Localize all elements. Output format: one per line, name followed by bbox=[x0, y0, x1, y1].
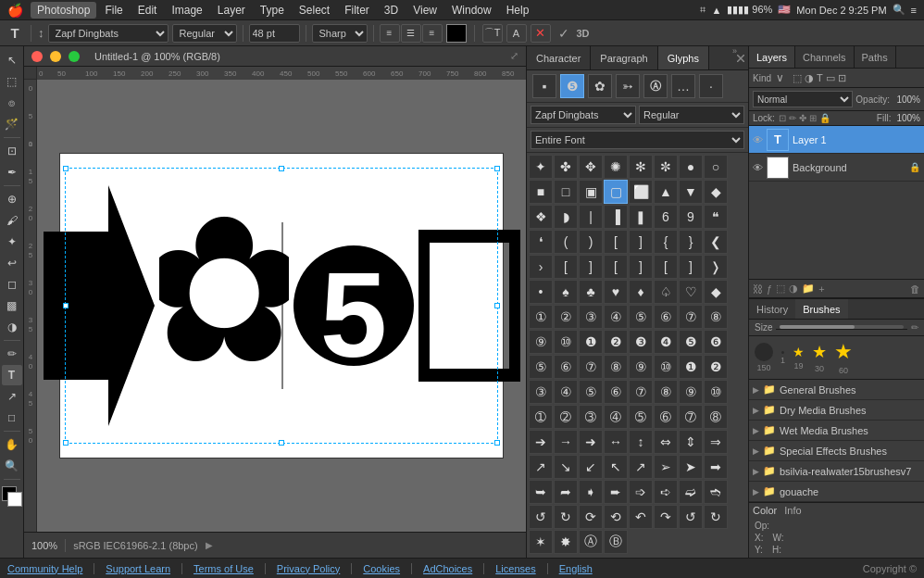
glyph-cell[interactable]: Ⓐ bbox=[579, 530, 603, 554]
kind-dropdown-arrow[interactable]: ∨ bbox=[776, 71, 784, 84]
link-language[interactable]: English bbox=[559, 563, 593, 574]
tab-brushes[interactable]: Brushes bbox=[795, 299, 847, 319]
group-layer-button[interactable]: 📁 bbox=[802, 283, 815, 295]
menu-item-3d[interactable]: 3D bbox=[378, 2, 405, 19]
layer-mask-button[interactable]: ⬚ bbox=[776, 283, 785, 295]
brush-folder-wet[interactable]: ▶ 📁 Wet Media Brushes bbox=[749, 421, 924, 441]
hand-tool[interactable]: ✋ bbox=[2, 434, 22, 455]
glyph-cell[interactable]: ⟳ bbox=[579, 505, 603, 529]
menu-item-image[interactable]: Image bbox=[165, 2, 208, 19]
glyph-cell[interactable]: { bbox=[654, 230, 678, 254]
canvas-inner[interactable]: ✿ 5 bbox=[37, 80, 526, 532]
smart-object-icon[interactable]: ⊡ bbox=[838, 72, 846, 84]
next-icon[interactable]: ▶ bbox=[206, 540, 213, 550]
link-licenses[interactable]: Licenses bbox=[495, 563, 535, 574]
recent-glyph-6[interactable]: · bbox=[699, 74, 723, 98]
glyph-cell[interactable]: ⑨ bbox=[629, 355, 653, 379]
glyph-cell[interactable]: 9 bbox=[679, 205, 703, 229]
glyph-cell[interactable]: ↗ bbox=[629, 455, 653, 479]
glyph-cell[interactable]: ❶ bbox=[579, 330, 603, 354]
glyph-cell[interactable]: ➤ bbox=[679, 455, 703, 479]
glyph-cell[interactable]: ↻ bbox=[704, 505, 728, 529]
glyph-cell[interactable]: ↻ bbox=[554, 505, 578, 529]
glyph-cell[interactable]: ↺ bbox=[529, 505, 553, 529]
link-community-help[interactable]: Community Help bbox=[7, 563, 82, 574]
glyph-cell[interactable]: ❷ bbox=[704, 355, 728, 379]
maximize-button[interactable] bbox=[69, 51, 80, 62]
glyph-cell[interactable]: ⇒ bbox=[704, 430, 728, 454]
glyph-cell[interactable]: ✶ bbox=[529, 530, 553, 554]
glyph-cell[interactable]: ↙ bbox=[579, 455, 603, 479]
glyph-cell[interactable]: ↗ bbox=[529, 455, 553, 479]
tab-character[interactable]: Character bbox=[527, 46, 591, 69]
visibility-icon-layer1[interactable]: 👁 bbox=[753, 134, 763, 145]
glyph-cell[interactable]: ▲ bbox=[654, 180, 678, 204]
brush-preview-star2[interactable]: ★ 30 bbox=[812, 342, 827, 373]
glyph-cell[interactable]: ✸ bbox=[554, 530, 578, 554]
glyph-cell[interactable]: ↷ bbox=[654, 505, 678, 529]
brush-preview-150[interactable]: 150 bbox=[755, 343, 773, 372]
glyph-cell[interactable]: ➄ bbox=[629, 405, 653, 429]
glyph-cell[interactable]: ➀ bbox=[529, 405, 553, 429]
glyph-cell[interactable]: ➨ bbox=[604, 480, 628, 504]
tab-info[interactable]: Info bbox=[784, 505, 801, 516]
minimize-button[interactable] bbox=[50, 51, 61, 62]
glyph-cell[interactable]: ♦ bbox=[629, 280, 653, 304]
layer-item-background[interactable]: 👁 Background 🔒 bbox=[749, 154, 924, 182]
glyph-cell[interactable]: ⑧ bbox=[704, 305, 728, 329]
warp-text-button[interactable]: ⌒T bbox=[482, 24, 503, 43]
glyph-cell[interactable]: ❖ bbox=[529, 205, 553, 229]
glyph-cell-selected[interactable]: ▢ bbox=[604, 180, 628, 204]
link-terms[interactable]: Terms of Use bbox=[194, 563, 254, 574]
link-support-learn[interactable]: Support Learn bbox=[106, 563, 170, 574]
path-selection-tool[interactable]: ↗ bbox=[2, 386, 22, 407]
menu-item-edit[interactable]: Edit bbox=[131, 2, 164, 19]
tab-color[interactable]: Color bbox=[753, 505, 777, 516]
tab-paragraph[interactable]: Paragraph bbox=[591, 46, 657, 69]
glyph-cell[interactable]: ⑨ bbox=[679, 380, 703, 404]
3d-button[interactable]: 3D bbox=[577, 28, 590, 39]
text-color-swatch[interactable] bbox=[446, 24, 467, 43]
glyph-cell[interactable]: ❝ bbox=[704, 205, 728, 229]
lock-position-icon[interactable]: ✤ bbox=[799, 113, 806, 123]
glyph-cell[interactable]: □ bbox=[554, 180, 578, 204]
glyph-cell[interactable]: Ⓑ bbox=[604, 530, 628, 554]
eyedropper-tool[interactable]: ✒ bbox=[2, 162, 22, 182]
shape-tool[interactable]: □ bbox=[2, 408, 22, 428]
glyph-cell[interactable]: ■ bbox=[529, 180, 553, 204]
glyph-cell[interactable]: ➪ bbox=[654, 480, 678, 504]
glyph-cell[interactable]: ⑦ bbox=[579, 355, 603, 379]
align-center-button[interactable]: ☰ bbox=[401, 24, 421, 43]
menu-item-help[interactable]: Help bbox=[500, 2, 536, 19]
glyph-cell[interactable]: } bbox=[679, 230, 703, 254]
glyph-cell[interactable]: ❸ bbox=[629, 330, 653, 354]
glyph-cell[interactable]: ♤ bbox=[654, 280, 678, 304]
magic-wand-tool[interactable]: 🪄 bbox=[2, 114, 22, 134]
pixel-layer-icon[interactable]: ⬚ bbox=[793, 72, 802, 84]
font-size-input[interactable] bbox=[249, 24, 300, 43]
glyph-cell[interactable]: ❷ bbox=[604, 330, 628, 354]
glyph-cell[interactable]: ♣ bbox=[579, 280, 603, 304]
glyph-cell[interactable]: ↺ bbox=[679, 505, 703, 529]
glyph-cell[interactable]: ⑨ bbox=[529, 330, 553, 354]
menu-item-view[interactable]: View bbox=[406, 2, 443, 19]
glyph-cell[interactable]: ➇ bbox=[704, 405, 728, 429]
align-right-button[interactable]: ≡ bbox=[422, 24, 443, 43]
glyph-cell[interactable]: ⑩ bbox=[654, 355, 678, 379]
glyph-cell[interactable]: ③ bbox=[579, 305, 603, 329]
glyph-cell[interactable]: › bbox=[529, 255, 553, 279]
glyph-cell[interactable]: ▼ bbox=[679, 180, 703, 204]
layer-item-layer1[interactable]: 👁 T Layer 1 bbox=[749, 126, 924, 154]
brush-folder-realwater[interactable]: ▶ 📁 bsilvia-realwater15brushesv7 bbox=[749, 461, 924, 482]
glyph-cell[interactable]: | bbox=[579, 205, 603, 229]
tab-glyphs[interactable]: Glyphs bbox=[658, 46, 709, 69]
lock-transparent-icon[interactable]: ⊡ bbox=[779, 113, 786, 123]
menu-item-photoshop[interactable]: Photoshop bbox=[31, 2, 96, 19]
edit-size-icon[interactable]: ✏ bbox=[911, 322, 918, 333]
menu-item-window[interactable]: Window bbox=[445, 2, 498, 19]
text-layer-icon[interactable]: T bbox=[817, 72, 823, 84]
glyph-cell[interactable]: ↘ bbox=[554, 455, 578, 479]
spot-heal-tool[interactable]: ⊕ bbox=[2, 189, 22, 209]
history-brush-tool[interactable]: ↩ bbox=[2, 253, 22, 273]
tab-layers[interactable]: Layers bbox=[749, 46, 795, 68]
